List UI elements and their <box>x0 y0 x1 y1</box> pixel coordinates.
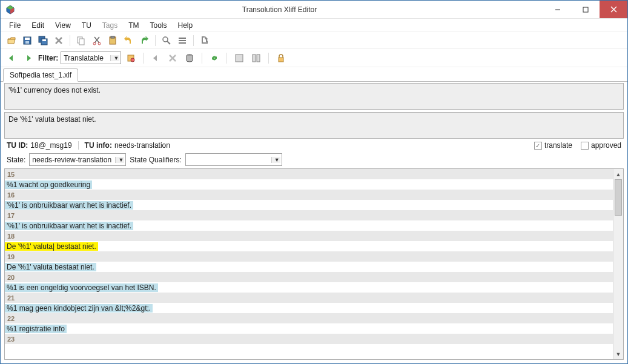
qualifiers-label: State Qualifiers: <box>130 156 181 164</box>
tu-info-label: TU info: <box>85 141 112 150</box>
filter-toolbar: Filter: Translatable▼ <box>1 49 627 67</box>
document-tabs: Softpedia test_1.xlf <box>1 67 627 82</box>
vertical-scrollbar[interactable]: ▲ ▼ <box>613 169 623 359</box>
save-icon[interactable] <box>20 34 35 47</box>
tab-file[interactable]: Softpedia test_1.xlf <box>3 68 78 82</box>
menubar: FileEditViewTUTagsTMToolsHelp <box>1 19 627 32</box>
titlebar: Transolution Xliff Editor <box>1 1 627 19</box>
menu-file[interactable]: File <box>4 20 25 31</box>
export-icon[interactable] <box>197 34 212 47</box>
svg-rect-22 <box>111 36 114 38</box>
segment-row[interactable]: %1 registratie info <box>5 323 613 334</box>
segment-row[interactable]: '%1' is onbruikbaar want het is inactief… <box>5 220 613 231</box>
cut-icon[interactable] <box>90 34 104 47</box>
menu-tools[interactable]: Tools <box>145 20 172 31</box>
save-all-icon[interactable] <box>36 34 50 47</box>
menu-tags: Tags <box>98 20 122 31</box>
svg-rect-25 <box>179 40 186 41</box>
minimize-button[interactable] <box>544 1 572 18</box>
close-button[interactable] <box>600 1 627 18</box>
segment-row[interactable]: '%1' is onbruikbaar want het is inactief… <box>5 200 613 210</box>
svg-rect-33 <box>236 55 243 62</box>
segment-row[interactable]: %1 wacht op goedkeuring <box>5 179 613 190</box>
window-buttons <box>544 1 627 18</box>
svg-rect-12 <box>42 39 46 41</box>
translate-checkbox[interactable]: ✓ <box>534 142 542 150</box>
svg-rect-4 <box>583 7 588 12</box>
grid1-icon[interactable] <box>232 51 246 65</box>
paste-icon[interactable] <box>105 34 120 47</box>
qualifiers-combo[interactable]: ▼ <box>185 153 282 166</box>
svg-rect-36 <box>279 58 283 62</box>
segment-row[interactable]: %1 is een ongeldig voorvoegsel van het I… <box>5 282 613 293</box>
tu-info-value: needs-translation <box>114 141 170 150</box>
row-number: 21 <box>5 293 613 303</box>
chevron-down-icon: ▼ <box>115 157 124 163</box>
segment-row[interactable]: De '%1' valuta bestaat niet. <box>5 262 613 272</box>
svg-line-24 <box>167 41 170 44</box>
grid2-icon[interactable] <box>249 51 263 65</box>
filter-apply-icon[interactable] <box>124 51 138 65</box>
copy-icon[interactable] <box>74 34 88 47</box>
window-title: Transolution Xliff Editor <box>15 5 544 14</box>
row-number: 15 <box>5 169 613 179</box>
redo-icon[interactable] <box>137 34 151 47</box>
target-pane[interactable]: De '%1' valuta bestaat niet. <box>4 112 624 139</box>
tu-info-bar: TU ID: 18@_msg19 TU info: needs-translat… <box>1 140 627 151</box>
state-combo[interactable]: needs-review-translation▼ <box>29 153 126 166</box>
svg-point-29 <box>131 58 134 62</box>
row-number: 16 <box>5 190 613 200</box>
database-icon[interactable] <box>182 51 197 65</box>
menu-edit[interactable]: Edit <box>27 20 49 31</box>
svg-rect-16 <box>79 39 84 45</box>
row-number: 23 <box>5 334 613 344</box>
approved-label: approved <box>591 141 621 150</box>
segment-row[interactable]: %1 mag geen kindobject zijn van &lt;%2&g… <box>5 303 613 313</box>
svg-rect-8 <box>25 38 30 40</box>
svg-rect-27 <box>179 42 186 44</box>
next-icon[interactable] <box>21 51 36 65</box>
prev-icon[interactable] <box>4 51 19 65</box>
menu-tm[interactable]: TM <box>124 20 144 31</box>
scroll-down-icon[interactable]: ▼ <box>613 349 623 359</box>
row-number: 19 <box>5 251 613 262</box>
segment-grid: 15%1 wacht op goedkeuring16'%1' is onbru… <box>4 168 624 360</box>
menu-help[interactable]: Help <box>173 20 198 31</box>
svg-rect-26 <box>179 38 186 39</box>
row-number: 18 <box>5 231 613 241</box>
chevron-down-icon: ▼ <box>271 157 280 163</box>
menu-tu[interactable]: TU <box>77 20 96 31</box>
menu-view[interactable]: View <box>50 20 76 31</box>
svg-rect-34 <box>253 55 256 62</box>
tu-id-value: 18@_msg19 <box>30 141 71 150</box>
search-icon[interactable] <box>159 34 174 47</box>
filter-label: Filter: <box>38 54 58 62</box>
scroll-up-icon[interactable]: ▲ <box>613 169 623 179</box>
tag-prev-icon[interactable] <box>148 51 163 65</box>
lock-icon[interactable] <box>274 51 288 65</box>
tu-id-label: TU ID: <box>7 141 28 150</box>
sync-icon[interactable] <box>207 51 222 65</box>
maximize-button[interactable] <box>572 1 600 18</box>
state-label: State: <box>7 156 25 164</box>
svg-point-23 <box>163 37 168 42</box>
filter-combo[interactable]: Translatable▼ <box>61 51 121 64</box>
scroll-thumb[interactable] <box>615 179 622 216</box>
undo-icon[interactable] <box>121 34 136 47</box>
segment-row[interactable]: De '%1' valuta| bestaat niet. <box>5 241 613 251</box>
chevron-down-icon: ▼ <box>110 55 119 61</box>
app-icon <box>5 5 15 15</box>
main-toolbar <box>1 32 627 49</box>
tag-delete-icon[interactable] <box>165 51 180 65</box>
row-number: 17 <box>5 210 613 220</box>
settings-icon[interactable] <box>175 34 190 47</box>
row-number: 20 <box>5 272 613 282</box>
approved-checkbox[interactable] <box>581 142 589 150</box>
svg-rect-35 <box>257 55 260 62</box>
delete-icon[interactable] <box>51 34 66 47</box>
translate-label: translate <box>544 141 572 150</box>
app-window: Transolution Xliff Editor FileEditViewTU… <box>0 0 628 364</box>
row-number: 22 <box>5 313 613 323</box>
open-icon[interactable] <box>4 34 19 47</box>
source-pane: '%1' currency does not exist. <box>4 83 624 110</box>
